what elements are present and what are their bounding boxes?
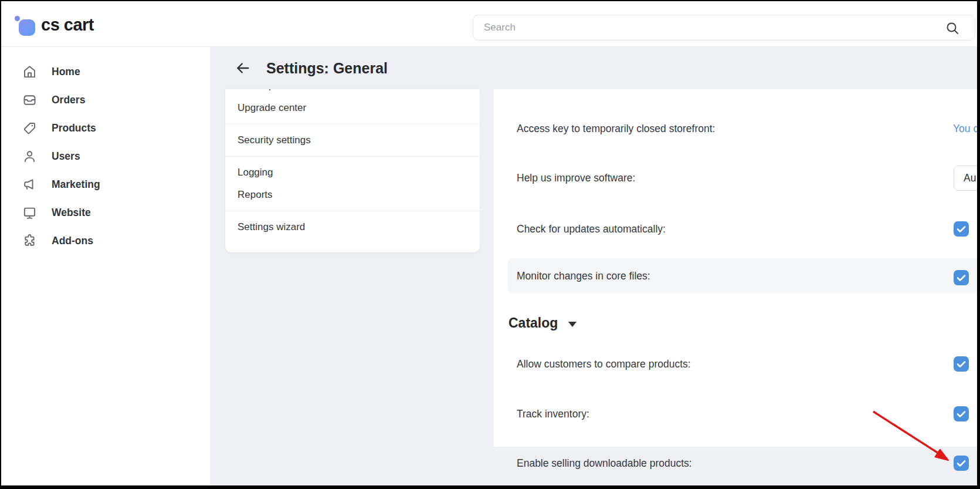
settings-nav-group: Sitemap Upgrade center bbox=[225, 89, 480, 124]
setting-label: Track inventory: bbox=[494, 408, 589, 420]
downloadable-products-checkbox[interactable] bbox=[954, 456, 969, 471]
sidebar-item-label: Users bbox=[52, 150, 80, 163]
track-inventory-checkbox[interactable] bbox=[954, 406, 969, 421]
setting-row-improve-software: Help us improve software: bbox=[494, 161, 980, 194]
nav-item-sitemap[interactable]: Sitemap bbox=[225, 89, 480, 97]
logo-square-icon bbox=[19, 19, 35, 36]
nav-item-settings-wizard[interactable]: Settings wizard bbox=[225, 216, 480, 238]
page-header: Settings: General bbox=[210, 47, 980, 89]
setting-label: Monitor changes in core files: bbox=[508, 270, 650, 282]
chevron-down-icon bbox=[568, 322, 577, 327]
sidebar-item-home[interactable]: Home bbox=[0, 58, 210, 86]
nav-item-logging[interactable]: Logging bbox=[225, 161, 480, 184]
marketing-icon bbox=[22, 177, 38, 193]
cscart-logo[interactable]: cs cart bbox=[14, 11, 143, 39]
logo-text: cs cart bbox=[41, 15, 94, 35]
settings-nav-group: Logging Reports bbox=[225, 157, 480, 211]
settings-nav-group: Security settings bbox=[225, 124, 480, 157]
settings-nav-card: Sitemap Upgrade center Security settings… bbox=[225, 89, 480, 252]
setting-row-monitor-core-highlighted: Monitor changes in core files: bbox=[508, 258, 980, 294]
sidebar: Home Orders Products Users bbox=[0, 47, 210, 489]
top-bar: cs cart bbox=[0, 0, 980, 47]
catalog-section-title: Catalog bbox=[508, 315, 558, 331]
sidebar-item-addons[interactable]: Add-ons bbox=[0, 227, 210, 255]
users-icon bbox=[22, 149, 38, 164]
products-icon bbox=[22, 120, 38, 136]
sidebar-item-website[interactable]: Website bbox=[0, 198, 210, 227]
back-arrow-icon[interactable] bbox=[235, 60, 251, 76]
nav-item-security-settings[interactable]: Security settings bbox=[225, 129, 480, 151]
sidebar-item-label: Website bbox=[52, 207, 91, 219]
setting-label: Check for updates automatically: bbox=[494, 223, 666, 235]
sidebar-item-label: Marketing bbox=[52, 178, 100, 191]
sidebar-item-label: Orders bbox=[52, 94, 85, 106]
search-box bbox=[473, 15, 975, 41]
setting-row-downloadable-products: Enable selling downloadable products: bbox=[494, 447, 980, 480]
catalog-section-header[interactable]: Catalog bbox=[508, 315, 577, 331]
compare-products-checkbox[interactable] bbox=[954, 356, 969, 372]
main-area: Settings: General Sitemap Upgrade center… bbox=[210, 47, 980, 489]
setting-row-compare-products: Allow customers to compare products: bbox=[494, 348, 980, 380]
settings-nav-group: Settings wizard bbox=[225, 211, 480, 243]
search-icon[interactable] bbox=[945, 21, 959, 35]
check-updates-checkbox[interactable] bbox=[954, 221, 969, 237]
setting-row-track-inventory: Track inventory: bbox=[494, 397, 980, 430]
sidebar-item-orders[interactable]: Orders bbox=[0, 86, 210, 114]
logo-dot-icon bbox=[15, 16, 20, 21]
sidebar-item-label: Add-ons bbox=[52, 235, 93, 247]
nav-item-reports[interactable]: Reports bbox=[225, 184, 480, 206]
home-icon bbox=[22, 64, 38, 80]
orders-icon bbox=[22, 92, 38, 108]
sidebar-item-label: Products bbox=[52, 122, 96, 134]
sidebar-item-products[interactable]: Products bbox=[0, 114, 210, 142]
monitor-core-checkbox[interactable] bbox=[954, 270, 969, 285]
setting-label: Access key to temporarily closed storefr… bbox=[494, 123, 715, 135]
improve-software-select[interactable]: Au bbox=[954, 166, 980, 191]
setting-label: Help us improve software: bbox=[494, 172, 635, 184]
setting-row-access-key: Access key to temporarily closed storefr… bbox=[494, 112, 980, 145]
setting-label: Enable selling downloadable products: bbox=[494, 457, 692, 470]
setting-row-check-updates: Check for updates automatically: bbox=[494, 213, 980, 245]
sidebar-item-users[interactable]: Users bbox=[0, 142, 210, 170]
sidebar-item-label: Home bbox=[52, 66, 80, 78]
search-input[interactable] bbox=[473, 15, 975, 40]
page-title: Settings: General bbox=[266, 60, 388, 77]
sidebar-item-marketing[interactable]: Marketing bbox=[0, 170, 210, 198]
nav-item-upgrade-center[interactable]: Upgrade center bbox=[225, 97, 480, 119]
setting-label: Allow customers to compare products: bbox=[494, 358, 691, 370]
addons-icon bbox=[22, 233, 38, 249]
settings-panel: Access key to temporarily closed storefr… bbox=[494, 89, 980, 447]
website-icon bbox=[22, 205, 38, 221]
access-key-link[interactable]: You c bbox=[953, 122, 978, 135]
